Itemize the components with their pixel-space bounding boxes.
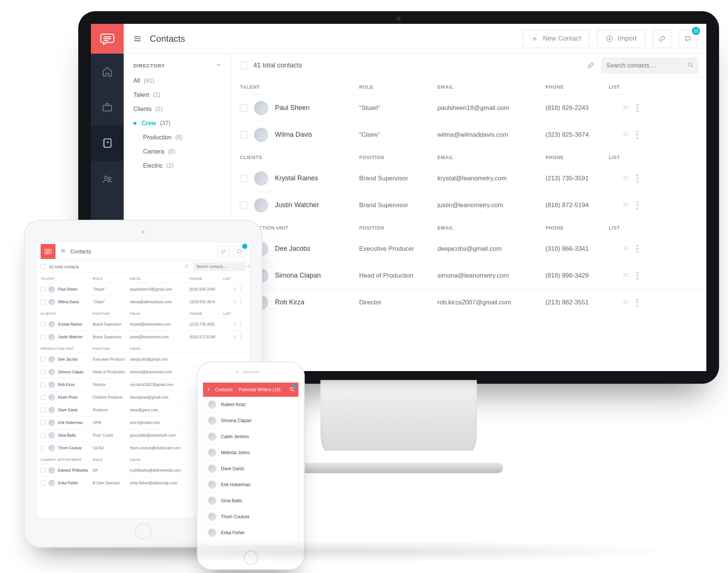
contact-row[interactable]: Gina Bailis	[203, 493, 298, 509]
nav-contacts[interactable]	[91, 125, 124, 161]
compose-icon	[184, 263, 190, 269]
directory-header[interactable]: DIRECTORY	[124, 62, 231, 74]
new-contact-button[interactable]: New Contact	[522, 29, 590, 48]
list-assign-button[interactable]	[621, 298, 630, 307]
menu-button[interactable]	[133, 34, 142, 44]
search-input[interactable]	[601, 62, 698, 69]
contact-row[interactable]: Wilma Davis“Claire”wilma@wilmaddavis.com…	[36, 295, 250, 308]
row-checkbox[interactable]	[41, 357, 45, 362]
contact-row[interactable]: Simona Clapan	[203, 413, 298, 429]
row-menu-button[interactable]	[636, 201, 639, 209]
app-logo[interactable]	[91, 24, 124, 54]
contact-row[interactable]: Krystal RainesBrand Supervisorkrystal@le…	[232, 165, 706, 191]
phone-search-button[interactable]	[289, 386, 295, 393]
directory-item-all[interactable]: All (41)	[124, 74, 231, 88]
directory-item-electric[interactable]: Electric (2)	[124, 159, 231, 173]
avatar	[48, 334, 55, 341]
contact-row[interactable]: Erika Fisher	[203, 525, 298, 541]
contact-row[interactable]: Rob KirzaDirectorrob.kirza2007@gmail.com…	[232, 289, 706, 316]
row-checkbox[interactable]	[41, 370, 45, 374]
row-checkbox[interactable]	[41, 382, 45, 387]
row-menu-button[interactable]	[636, 298, 639, 307]
list-assign-button[interactable]	[232, 286, 237, 293]
directory-item-production[interactable]: Production (8)	[124, 130, 231, 145]
directory-item-clients[interactable]: Clients (2)	[124, 102, 231, 116]
nav-home[interactable]	[91, 54, 124, 89]
list-assign-button[interactable]	[232, 321, 237, 328]
row-checkbox[interactable]	[41, 287, 45, 292]
tablet-compose-button[interactable]	[184, 263, 190, 270]
contact-role: Prod. Coord.	[93, 433, 130, 437]
row-menu-button[interactable]	[240, 299, 242, 304]
list-assign-button[interactable]	[621, 201, 630, 209]
contact-row[interactable]: Thom Couture	[203, 509, 298, 525]
tablet-menu-button[interactable]	[60, 248, 66, 255]
contact-row[interactable]: Dee JacobsExecutive Producerdeejacobs@gm…	[232, 235, 706, 262]
directory-item-label: Talent	[133, 92, 149, 98]
row-checkbox[interactable]	[240, 175, 247, 182]
nav-projects[interactable]	[91, 89, 124, 125]
contact-row[interactable]: Simona ClapanHead of Productionsimona@le…	[232, 262, 706, 289]
row-checkbox[interactable]	[41, 446, 45, 450]
row-menu-button[interactable]	[636, 174, 639, 183]
row-menu-button[interactable]	[636, 245, 639, 253]
row-checkbox[interactable]	[41, 420, 45, 425]
list-assign-button[interactable]	[232, 299, 237, 306]
list-assign-button[interactable]	[621, 104, 630, 112]
chat-button[interactable]: 12	[679, 29, 697, 48]
row-checkbox[interactable]	[240, 131, 247, 139]
row-checkbox[interactable]	[240, 202, 247, 209]
directory-item-talent[interactable]: Talent (2)	[124, 88, 231, 102]
contact-row[interactable]: Justin WatcherBrand Supervisorjustin@lea…	[36, 330, 250, 343]
row-checkbox[interactable]	[41, 481, 45, 485]
row-checkbox[interactable]	[41, 468, 45, 473]
contact-phone: (213) 735-3591	[545, 175, 609, 182]
contact-row[interactable]: Dave Gantz	[203, 461, 298, 477]
contact-row[interactable]: Melinda Johns	[203, 445, 298, 461]
row-menu-button[interactable]	[240, 286, 242, 291]
list-assign-button[interactable]	[621, 245, 630, 253]
contact-row[interactable]: Wilma Davis“Claire”wilma@wilmaddavis.com…	[232, 121, 706, 148]
list-assign-button[interactable]	[621, 131, 630, 139]
row-checkbox[interactable]	[41, 335, 45, 339]
row-menu-button[interactable]	[636, 104, 639, 112]
row-checkbox[interactable]	[41, 408, 45, 412]
row-menu-button[interactable]	[636, 131, 639, 139]
directory-item-camera[interactable]: Camera (8)	[124, 145, 231, 159]
row-checkbox[interactable]	[41, 300, 45, 304]
contact-row[interactable]: Justin WatcherBrand Supervisorjustin@lea…	[232, 191, 706, 218]
phone-back-label[interactable]: Contacts	[215, 387, 232, 392]
directory-item-crew[interactable]: Crew (37)	[124, 116, 231, 130]
tablet-select-all[interactable]	[41, 264, 45, 269]
tablet-logo[interactable]	[41, 244, 56, 259]
compose-button[interactable]	[587, 61, 595, 70]
tablet-chat-button[interactable]	[234, 246, 246, 257]
nav-team[interactable]	[91, 161, 124, 197]
contact-row[interactable]: Paul Sheen“Stuart”paulsheen18@gmail.com(…	[232, 94, 706, 121]
row-checkbox[interactable]	[41, 322, 45, 327]
row-checkbox[interactable]	[41, 395, 45, 400]
tablet-search[interactable]	[193, 262, 246, 271]
contact-row[interactable]: Caleb Jenkins	[203, 429, 298, 445]
row-menu-button[interactable]	[240, 321, 242, 326]
contact-row[interactable]: Robert Kiraz	[203, 397, 298, 413]
tablet-link-button[interactable]	[217, 246, 229, 257]
link-button[interactable]	[653, 29, 671, 48]
contact-row[interactable]: Paul Sheen“Stuart”paulsheen18@gmail.com(…	[36, 283, 250, 295]
select-all-checkbox[interactable]	[240, 62, 247, 69]
list-assign-button[interactable]	[621, 272, 630, 280]
tablet-search-input[interactable]	[193, 265, 247, 269]
row-checkbox[interactable]	[240, 104, 247, 112]
search-box[interactable]	[601, 57, 698, 74]
list-assign-button[interactable]	[621, 174, 630, 183]
avatar	[48, 356, 55, 363]
import-button[interactable]: Import	[597, 29, 645, 48]
row-menu-button[interactable]	[636, 272, 639, 280]
contact-row[interactable]: Krystal RainesBrand Supervisorkrystal@le…	[36, 318, 250, 330]
list-assign-button[interactable]	[232, 334, 237, 341]
row-menu-button[interactable]	[240, 334, 242, 339]
avatar	[208, 529, 216, 537]
contact-row[interactable]: Erik Hoberman	[203, 477, 298, 493]
row-checkbox[interactable]	[41, 433, 45, 438]
phone-back-button[interactable]	[207, 387, 211, 393]
